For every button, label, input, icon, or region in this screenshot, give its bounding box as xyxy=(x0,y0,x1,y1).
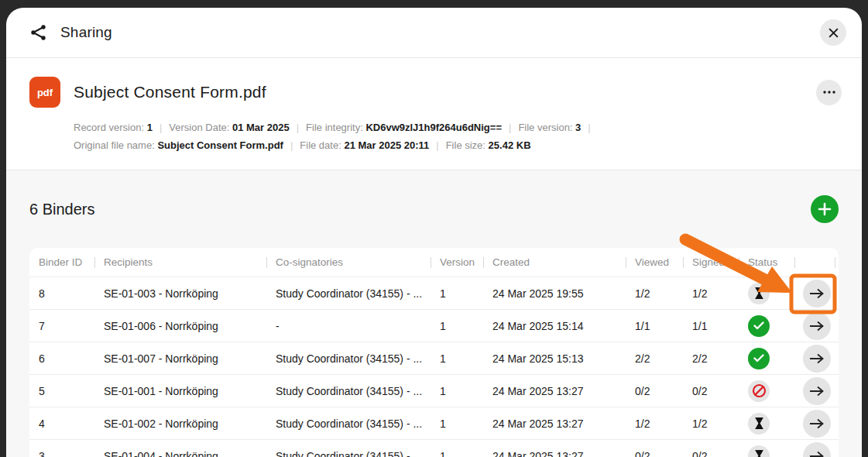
status-complete-icon xyxy=(748,348,770,369)
dialog-header: Sharing xyxy=(6,8,862,58)
table-row: 8 SE-01-003 - Norrköping Study Coordinat… xyxy=(29,277,839,310)
cell-binder-id: 7 xyxy=(29,320,94,332)
arrow-right-icon xyxy=(809,451,825,457)
open-binder-button[interactable] xyxy=(803,312,831,340)
cell-co-signatories: Study Coordinator (34155) - ... xyxy=(266,352,431,365)
meta-value: Subject Consent Form.pdf xyxy=(157,139,283,151)
meta-label: File integrity: xyxy=(306,122,363,133)
cell-created: 24 Mar 2025 15:14 xyxy=(483,320,626,332)
plus-icon xyxy=(818,202,832,216)
cell-signed: 1/2 xyxy=(683,287,739,300)
cell-created: 24 Mar 2025 15:13 xyxy=(483,352,626,365)
col-header-status: Status xyxy=(739,256,794,268)
arrow-right-icon xyxy=(809,418,825,429)
cell-viewed: 1/2 xyxy=(626,287,683,300)
arrow-right-icon xyxy=(809,386,825,397)
arrow-right-icon xyxy=(809,321,825,332)
open-binder-button[interactable] xyxy=(803,410,831,438)
meta-label: Record version: xyxy=(74,122,144,133)
meta-label: File version: xyxy=(518,122,572,133)
col-header-co-signatories: Co-signatories xyxy=(266,256,431,268)
cell-recipients: SE-01-006 - Norrköping xyxy=(94,320,266,332)
cell-version: 1 xyxy=(431,287,483,300)
more-options-button[interactable] xyxy=(816,80,842,105)
cell-binder-id: 5 xyxy=(29,385,94,397)
cell-viewed: 2/2 xyxy=(626,352,683,365)
cell-co-signatories: Study Coordinator (34155) - ... xyxy=(266,385,431,397)
meta-value: 01 Mar 2025 xyxy=(232,122,290,133)
arrow-right-icon xyxy=(809,353,825,364)
pdf-file-icon: pdf xyxy=(29,77,60,108)
status-blocked-icon xyxy=(748,380,770,402)
cell-signed: 1/1 xyxy=(683,320,739,332)
cell-co-signatories: Study Coordinator (34155) - ... xyxy=(266,287,431,300)
meta-label: Original file name: xyxy=(74,139,155,151)
col-header-binder-id: Binder ID xyxy=(29,256,94,268)
meta-value: 25.42 KB xyxy=(489,139,531,151)
binders-section: 6 Binders Binder ID Recipients Co-signat… xyxy=(6,170,862,457)
add-binder-button[interactable] xyxy=(811,195,839,223)
file-info-section: pdf Subject Consent Form.pdf Record vers… xyxy=(6,58,862,170)
cell-version: 1 xyxy=(431,385,483,397)
open-binder-button[interactable] xyxy=(803,345,831,373)
col-header-version: Version xyxy=(431,256,483,268)
cell-signed: 0/2 xyxy=(683,450,739,457)
table-row: 6 SE-01-007 - Norrköping Study Coordinat… xyxy=(29,342,839,375)
binders-table: Binder ID Recipients Co-signatories Vers… xyxy=(29,248,839,457)
cell-version: 1 xyxy=(431,352,483,365)
table-row: 5 SE-01-001 - Norrköping Study Coordinat… xyxy=(29,375,839,407)
share-icon xyxy=(29,23,48,42)
cell-recipients: SE-01-002 - Norrköping xyxy=(94,417,266,430)
open-binder-button[interactable] xyxy=(803,442,831,457)
col-header-created: Created xyxy=(483,256,626,268)
status-pending-icon xyxy=(748,445,770,457)
dialog-title: Sharing xyxy=(60,24,112,41)
ellipsis-icon xyxy=(822,90,836,94)
x-icon xyxy=(828,27,839,39)
meta-value: 1 xyxy=(147,122,153,133)
cell-recipients: SE-01-007 - Norrköping xyxy=(94,352,266,365)
file-metadata: Record version: 1Version Date: 01 Mar 20… xyxy=(74,119,842,154)
cell-recipients: SE-01-001 - Norrköping xyxy=(94,385,266,397)
cell-viewed: 1/2 xyxy=(626,417,683,430)
cell-created: 24 Mar 2025 13:27 xyxy=(483,385,626,397)
cell-recipients: SE-01-003 - Norrköping xyxy=(94,287,266,300)
table-row: 3 SE-01-004 - Norrköping Study Coordinat… xyxy=(29,440,839,457)
cell-created: 24 Mar 2025 19:55 xyxy=(483,287,626,300)
status-complete-icon xyxy=(748,315,770,337)
close-button[interactable] xyxy=(820,19,846,46)
cell-signed: 0/2 xyxy=(683,385,739,397)
meta-value: KD6vw9zlJ1h9f264u6dNig== xyxy=(365,122,502,133)
col-header-viewed: Viewed xyxy=(626,256,683,268)
cell-signed: 2/2 xyxy=(683,352,739,365)
meta-label: File size: xyxy=(446,139,485,151)
status-pending-icon xyxy=(748,283,770,304)
cell-viewed: 1/1 xyxy=(626,320,683,332)
col-header-recipients: Recipients xyxy=(94,256,266,268)
cell-co-signatories: Study Coordinator (34155) - ... xyxy=(266,417,431,430)
cell-recipients: SE-01-004 - Norrköping xyxy=(94,450,266,457)
cell-binder-id: 6 xyxy=(29,352,94,365)
open-binder-button[interactable] xyxy=(803,377,831,405)
table-header-row: Binder ID Recipients Co-signatories Vers… xyxy=(29,248,839,277)
cell-version: 1 xyxy=(431,417,483,430)
cell-co-signatories: Study Coordinator (34155) - ... xyxy=(266,450,431,457)
status-pending-icon xyxy=(748,413,770,435)
table-row: 7 SE-01-006 - Norrköping - 1 24 Mar 2025… xyxy=(29,310,839,342)
sharing-dialog: Sharing pdf Subject Consent Form.pdf Rec… xyxy=(6,8,862,457)
meta-label: File date: xyxy=(300,139,341,151)
meta-label: Version Date: xyxy=(169,122,229,133)
arrow-right-icon xyxy=(809,288,825,299)
open-binder-button[interactable] xyxy=(803,280,831,308)
table-row: 4 SE-01-002 - Norrköping Study Coordinat… xyxy=(29,407,839,440)
cell-version: 1 xyxy=(431,450,483,457)
file-name: Subject Consent Form.pdf xyxy=(74,83,266,101)
cell-created: 24 Mar 2025 13:27 xyxy=(483,450,626,457)
cell-viewed: 0/2 xyxy=(626,385,683,397)
cell-viewed: 0/2 xyxy=(626,450,683,457)
cell-binder-id: 8 xyxy=(29,287,94,300)
meta-value: 3 xyxy=(575,122,581,133)
binders-count-heading: 6 Binders xyxy=(29,201,95,218)
cell-signed: 1/2 xyxy=(683,417,739,430)
cell-binder-id: 4 xyxy=(29,417,94,430)
